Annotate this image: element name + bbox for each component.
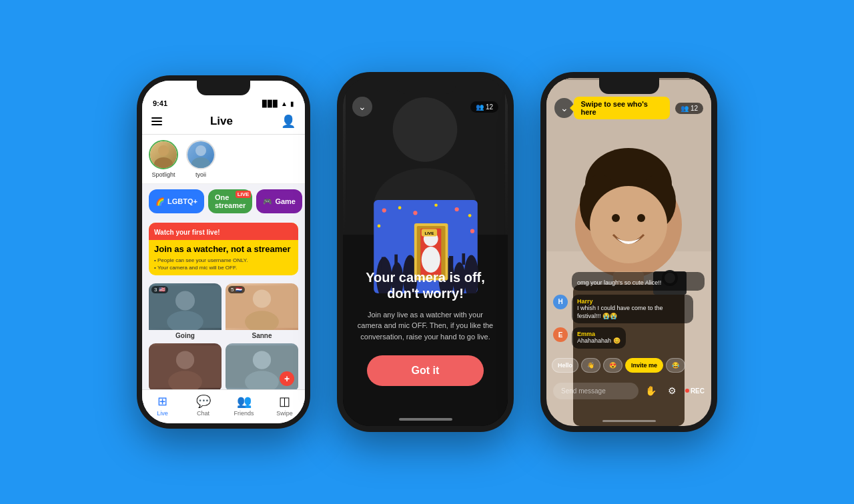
message-input[interactable]: Send message [553, 383, 638, 399]
promo-body: Join as a watcher, not a streamer • Peop… [149, 240, 298, 275]
svg-point-23 [434, 203, 438, 207]
settings-button[interactable]: ⚙ [664, 382, 681, 399]
tab-live[interactable]: ⊞ Live [142, 394, 183, 417]
chat-message-emma: E Emma Ahahahahah 😊 [553, 327, 705, 349]
streamer-name-sanne: Sanne [226, 332, 298, 339]
phone-2: LIVE ⌄ 👥 12 Your camera is off, don't wo… [337, 72, 514, 432]
streamer-card-3[interactable] [149, 343, 222, 392]
story-label-spotlight: Spotlight [151, 171, 175, 178]
category-lgbtq[interactable]: 🌈 LGBTQ+ [149, 189, 204, 213]
quick-reply-hello[interactable]: Hello [552, 358, 578, 373]
svg-point-1 [154, 157, 173, 168]
cat-label-lgbtq: LGBTQ+ [167, 197, 197, 205]
svg-point-2 [195, 145, 206, 156]
menu-icon[interactable] [151, 117, 162, 125]
svg-point-20 [382, 208, 386, 212]
svg-point-14 [253, 351, 271, 369]
svg-point-8 [253, 290, 271, 308]
svg-point-53 [637, 214, 645, 222]
phone1-screen: 9:41 ▉▉▉ ▲ ▮ Live 👤 [142, 81, 305, 423]
quick-reply-wave[interactable]: 👋 [581, 358, 600, 373]
promo-bullets: • People can see your username ONLY. • Y… [154, 257, 293, 271]
live-badge: LIVE [236, 191, 252, 198]
notch-2 [396, 78, 456, 94]
chat-bubble-harry: Harry I whish I could have come to the f… [572, 295, 693, 323]
streamer-card-going[interactable]: 3 🇺🇸 Going [149, 283, 222, 339]
swipe-tab-label: Swipe [276, 410, 293, 417]
svg-point-22 [413, 211, 417, 215]
svg-rect-36 [449, 256, 453, 269]
quick-reply-laugh[interactable]: 😂 [666, 358, 685, 373]
streamer-card-sanne[interactable]: 5 🇳🇱 Sanne [226, 283, 298, 339]
chat-avatar-harry: H [553, 295, 568, 309]
swipe-tooltip: Swipe to see who's here [574, 97, 669, 119]
promo-header-text: Watch your first live! [154, 229, 220, 236]
tab-chat[interactable]: 💬 Chat [183, 394, 224, 417]
chat-name-emma: Emma [577, 331, 620, 337]
chat-name-harry: Harry [577, 298, 688, 305]
got-it-button[interactable]: Got it [367, 355, 484, 386]
streamer-count-sanne: 5 🇳🇱 [228, 286, 245, 293]
phone3-top-bar: ⌄ Swipe to see who's here 👥 12 [546, 97, 711, 119]
chat-text-1: omg your laugh's so cute Alice!! [577, 279, 661, 286]
phone2-screen: LIVE ⌄ 👥 12 Your camera is off, don't wo… [343, 78, 508, 426]
svg-point-3 [191, 157, 210, 168]
story-tyoii[interactable]: tyoii [186, 140, 216, 178]
svg-point-5 [175, 291, 195, 310]
profile-icon[interactable]: 👤 [281, 114, 296, 129]
story-avatar-tyoii [186, 140, 216, 169]
add-streamer-button[interactable]: + [280, 371, 294, 386]
svg-rect-35 [394, 254, 398, 265]
home-bar-2 [399, 418, 452, 421]
rec-dot [685, 389, 689, 393]
phone2-content: Your camera is off, don't worry! Join an… [343, 269, 508, 387]
svg-point-0 [158, 145, 169, 156]
chat-text-harry: I whish I could have come to the festiva… [577, 305, 688, 320]
chevron-down-icon-3: ⌄ [560, 103, 568, 113]
streamer-card-4[interactable]: + [226, 343, 298, 392]
tab-friends[interactable]: 👥 Friends [224, 394, 264, 417]
quick-reply-invite[interactable]: Invite me [625, 358, 663, 373]
category-onestreamer[interactable]: One streamer LIVE [208, 189, 252, 213]
svg-point-21 [398, 206, 401, 209]
viewer-count-badge-3: 👥 12 [675, 103, 703, 114]
rec-button[interactable]: REC [685, 387, 705, 395]
chat-avatar-emma: E [553, 327, 568, 342]
signal-icon: ▉▉▉ [262, 100, 278, 107]
categories-row: 🌈 LGBTQ+ One streamer LIVE 🎮 Game [142, 184, 305, 219]
story-avatar-spotlight [149, 140, 178, 169]
svg-point-52 [612, 214, 620, 222]
notch-3 [599, 78, 659, 94]
svg-point-25 [468, 214, 471, 217]
streamers-grid: 3 🇺🇸 Going 5 🇳🇱 Sanne [142, 279, 305, 396]
story-spotlight[interactable]: Spotlight [149, 140, 178, 178]
promo-header: Watch your first live! [149, 223, 298, 240]
camera-off-desc: Join any live as a watcher with your cam… [356, 309, 494, 343]
svg-point-27 [470, 229, 474, 233]
raise-hand-button[interactable]: ✋ [643, 382, 660, 399]
notch-1 [197, 81, 250, 95]
back-button-2[interactable]: ⌄ [352, 97, 372, 117]
wifi-icon: ▲ [281, 100, 288, 107]
promo-banner: Watch your first live! Join as a watcher… [149, 223, 298, 275]
stories-row: Spotlight tyoii [142, 135, 305, 184]
viewers-icon-2: 👥 [476, 103, 484, 111]
promo-bullet-1: • People can see your username ONLY. [154, 257, 293, 264]
battery-icon: ▮ [290, 100, 294, 107]
camera-off-title: Your camera is off, don't worry! [356, 269, 494, 301]
status-icons: ▉▉▉ ▲ ▮ [262, 100, 294, 107]
story-img-tyoii [187, 141, 214, 168]
category-game[interactable]: 🎮 Game [256, 189, 302, 213]
tab-swipe[interactable]: ◫ Swipe [264, 394, 305, 417]
quick-replies: Hello 👋 😍 Invite me 😂 [546, 358, 711, 373]
chat-message-harry: H Harry I whish I could have come to the… [553, 295, 705, 323]
streamer-name-going: Going [149, 332, 222, 339]
swipe-tooltip-text: Swipe to see who's here [580, 100, 647, 116]
svg-point-24 [454, 207, 458, 211]
svg-rect-37 [462, 253, 465, 265]
svg-point-11 [176, 351, 194, 369]
chat-message-1: omg your laugh's so cute Alice!! [572, 272, 705, 291]
phone-1: 9:41 ▉▉▉ ▲ ▮ Live 👤 [137, 75, 310, 429]
tab-bar: ⊞ Live 💬 Chat 👥 Friends ◫ Swipe [142, 389, 305, 423]
quick-reply-heart[interactable]: 😍 [603, 358, 622, 373]
